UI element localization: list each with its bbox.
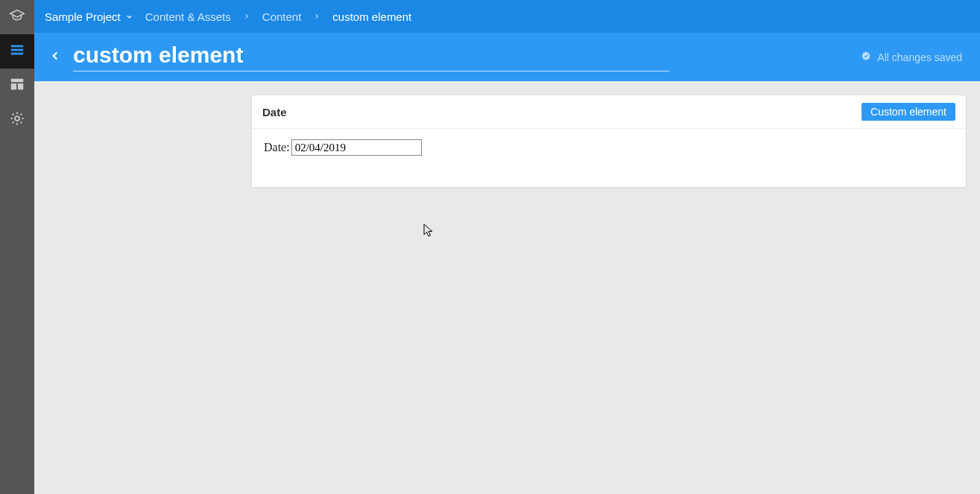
sidebar-item-layout[interactable] [0, 69, 34, 103]
chevron-left-icon [48, 49, 62, 66]
graduation-cap-icon [9, 7, 25, 27]
sidebar-item-education[interactable] [0, 0, 34, 34]
chevron-right-icon [313, 11, 320, 22]
content-area: Date Custom element Date: [34, 81, 980, 494]
svg-rect-2 [11, 53, 24, 55]
save-status: All changes saved [861, 51, 970, 63]
back-button[interactable] [45, 47, 66, 68]
titlebar: All changes saved [34, 33, 980, 81]
content-list-icon [9, 42, 25, 61]
project-name: Sample Project [45, 10, 121, 23]
date-field-label: Date: [264, 141, 290, 154]
item-title-input[interactable] [73, 42, 669, 72]
sidebar-item-content[interactable] [0, 34, 34, 69]
svg-rect-3 [11, 79, 24, 83]
sidebar-item-settings[interactable] [0, 103, 34, 137]
element-card: Date Custom element Date: [251, 95, 967, 188]
card-header: Date Custom element [252, 95, 966, 129]
left-sidebar [0, 0, 34, 494]
breadcrumb-item-0[interactable]: Content & Assets [145, 10, 231, 23]
save-status-text: All changes saved [877, 51, 962, 63]
breadcrumb-item-2[interactable]: custom element [332, 10, 411, 23]
svg-rect-4 [11, 83, 16, 89]
element-type-badge: Custom element [862, 103, 955, 121]
chevron-down-icon [125, 10, 133, 23]
svg-rect-5 [18, 83, 23, 89]
svg-rect-1 [11, 49, 24, 51]
date-input[interactable] [291, 139, 422, 156]
gear-icon [9, 110, 25, 130]
svg-point-6 [15, 116, 19, 121]
check-circle-icon [861, 51, 871, 63]
svg-rect-0 [11, 45, 24, 48]
chevron-right-icon [243, 11, 250, 22]
breadcrumb-item-1[interactable]: Content [262, 10, 302, 23]
card-body: Date: [252, 129, 966, 187]
main-area: Sample Project Content & Assets Content … [34, 0, 980, 494]
layout-icon [9, 76, 25, 95]
svg-point-7 [862, 52, 870, 60]
card-title: Date [262, 106, 287, 118]
topbar: Sample Project Content & Assets Content … [34, 0, 980, 33]
project-switcher[interactable]: Sample Project [45, 10, 133, 23]
